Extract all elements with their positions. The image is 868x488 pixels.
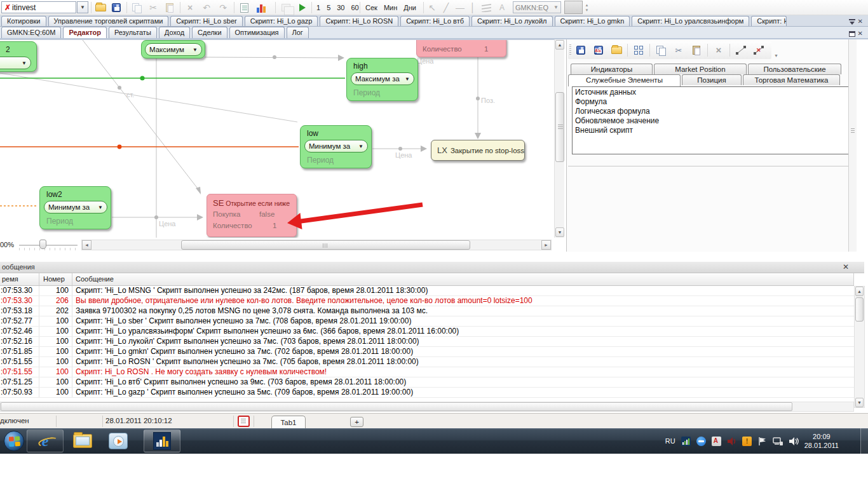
editor-horizontal-scrollbar[interactable]: ◄ ► bbox=[81, 240, 552, 250]
copy-button[interactable] bbox=[130, 1, 144, 14]
warning-icon[interactable] bbox=[742, 437, 752, 446]
palette-open-button[interactable] bbox=[609, 43, 624, 58]
network-icon[interactable] bbox=[773, 437, 783, 446]
run-button[interactable] bbox=[296, 1, 309, 14]
zoom-slider-thumb[interactable] bbox=[39, 240, 46, 249]
palette-tab[interactable]: Служебные Элементы bbox=[568, 74, 681, 86]
palette-tab[interactable]: Торговая Математика bbox=[743, 74, 840, 85]
notes-button[interactable] bbox=[237, 1, 251, 14]
block-dropdown[interactable]: Максимум ▼ bbox=[145, 43, 202, 56]
zoom-slider-track[interactable] bbox=[19, 245, 78, 246]
channel-tool-button[interactable] bbox=[479, 1, 493, 14]
taskbar-clock[interactable]: 20:09 28.01.2011 bbox=[804, 432, 839, 450]
palette-delete-button[interactable]: × bbox=[711, 43, 726, 58]
palette-tab[interactable]: Индикаторы bbox=[571, 64, 653, 74]
block-high[interactable]: high Максимум за ▼ Период bbox=[346, 58, 418, 101]
message-row[interactable]: :07:51.55100Скрипт: Hi_Lo ROSN . Не могу… bbox=[0, 367, 854, 377]
scroll-left-icon[interactable]: ◄ bbox=[82, 240, 92, 250]
message-row[interactable]: :07:52.77100Скрипт: 'Hi_Lo sber ' Скрипт… bbox=[0, 316, 854, 327]
close-tab-icon[interactable]: ✕ bbox=[858, 18, 863, 25]
blank-toolbar-button[interactable] bbox=[564, 1, 583, 14]
script-tab[interactable]: Управление торговлей скриптами bbox=[48, 16, 169, 26]
remote-access-icon[interactable] bbox=[696, 437, 706, 446]
workspace-tab[interactable]: Tab1 bbox=[271, 416, 306, 429]
disconnect-blocks-button[interactable]: ✕ bbox=[751, 43, 766, 58]
taskbar-trading-app-button[interactable] bbox=[144, 430, 180, 452]
timeframe-button[interactable]: 5 bbox=[323, 4, 334, 11]
cut-button[interactable]: ✂ bbox=[146, 1, 160, 14]
language-indicator[interactable]: RU bbox=[665, 437, 675, 445]
vline-tool-button[interactable]: │ bbox=[468, 1, 478, 14]
message-row[interactable]: :07:53.30206Вы ввели дробное, отрицатель… bbox=[0, 296, 854, 306]
block-low[interactable]: low Минимум за ▼ Период bbox=[300, 125, 372, 168]
palette-save-as-button[interactable]: AS bbox=[591, 43, 606, 58]
view-tab[interactable]: GMKN:EQ:60M bbox=[1, 27, 61, 38]
view-tab[interactable]: Редактор bbox=[63, 27, 106, 38]
script-tab[interactable]: Скрипт: Hi_Lo лукойл bbox=[471, 16, 552, 26]
paste-button[interactable] bbox=[163, 1, 177, 14]
scrollbar-thumb[interactable] bbox=[855, 297, 864, 322]
start-button[interactable] bbox=[4, 431, 24, 451]
tab-list-dropdown-icon[interactable] bbox=[849, 19, 855, 25]
save-button[interactable] bbox=[109, 1, 123, 14]
column-header-number[interactable]: Номер bbox=[39, 273, 72, 285]
add-workspace-tab-button[interactable]: + bbox=[350, 417, 363, 427]
palette-tab[interactable]: Пользовательские bbox=[748, 64, 841, 74]
column-header-time[interactable]: ремя bbox=[0, 273, 39, 285]
tile-view-icon[interactable] bbox=[849, 31, 855, 37]
block-maximum[interactable]: Максимум ▼ bbox=[141, 40, 205, 58]
scroll-down-icon[interactable]: ▼ bbox=[555, 227, 564, 237]
close-view-icon[interactable]: ✕ bbox=[858, 30, 863, 37]
block-low2[interactable]: low2 Минимум за ▼ Период bbox=[39, 186, 111, 229]
script-tab[interactable]: Скрипт: Hi_Lo втб bbox=[400, 16, 470, 26]
message-row[interactable]: :07:50.93100Скрипт: 'Hi_Lo gazp ' Скрипт… bbox=[0, 388, 854, 398]
brand-dropdown-button[interactable]: ▼ bbox=[77, 1, 88, 13]
palette-list-item[interactable]: Источник данных bbox=[573, 88, 853, 97]
message-row[interactable]: :07:53.30100Скрипт: 'Hi_Lo MSNG ' Скрипт… bbox=[0, 286, 854, 296]
brand-combobox[interactable]: ✗ itinvest bbox=[1, 1, 76, 13]
script-tab[interactable]: Скрипт: Hi_Lo gazp bbox=[245, 16, 318, 26]
scrollbar-thumb[interactable] bbox=[555, 92, 564, 162]
block-dropdown[interactable]: Максимум за ▼ bbox=[351, 72, 414, 85]
message-vertical-scrollbar[interactable]: ▲ ▼ bbox=[854, 286, 865, 408]
scrollbar-thumb[interactable] bbox=[1, 402, 792, 411]
palette-list-item[interactable]: Логическая формула bbox=[573, 107, 853, 116]
delete-button[interactable]: × bbox=[183, 1, 197, 14]
toolbar-overflow-spinner[interactable]: ▲▼ bbox=[584, 3, 590, 13]
panel-side-strip[interactable] bbox=[848, 39, 857, 252]
message-row[interactable]: :07:51.25100Скрипт: 'Hi_Lo втб' Скрипт в… bbox=[0, 377, 854, 388]
scroll-right-icon[interactable]: ► bbox=[541, 240, 551, 250]
audio-device-icon[interactable] bbox=[727, 437, 736, 446]
palette-tab[interactable]: Позиция bbox=[682, 74, 742, 85]
script-tab[interactable]: Скрипт: Hi_Lo уралсвязьинформ bbox=[632, 16, 749, 26]
scroll-up-icon[interactable]: ▲ bbox=[555, 40, 564, 50]
palette-tab[interactable]: Market Position bbox=[654, 64, 747, 74]
redo-button[interactable]: ↷ bbox=[216, 1, 230, 14]
editor-vertical-scrollbar[interactable]: ▲ ▼ bbox=[554, 39, 564, 238]
message-row[interactable]: :07:51.85100Скрипт: 'Hi_Lo gmkn' Скрипт … bbox=[0, 347, 854, 357]
block-se-entry[interactable]: SE Открытие если ниже Покупка false Коли… bbox=[207, 194, 297, 237]
message-row[interactable]: :07:52.16100Скрипт: 'Hi_Lo лукойл' Скрип… bbox=[0, 337, 854, 347]
script-tab[interactable]: Скрипт: Hi_Lo sber bbox=[170, 16, 242, 26]
period-button[interactable]: Дни bbox=[400, 4, 419, 11]
chart-button[interactable] bbox=[254, 1, 269, 14]
view-tab[interactable]: Лог bbox=[287, 27, 309, 38]
scroll-up-icon[interactable]: ▲ bbox=[855, 287, 864, 296]
palette-cut-button[interactable]: ✂ bbox=[671, 43, 686, 58]
script-tab[interactable]: Скрипт: Hi_Lo gmkn bbox=[555, 16, 630, 26]
palette-list-item[interactable]: Формула bbox=[573, 97, 853, 107]
palette-list-item[interactable]: Обновляемое значение bbox=[573, 116, 853, 126]
block-dropdown[interactable]: Минимум за ▼ bbox=[44, 201, 107, 214]
message-row[interactable]: :07:51.55100Скрипт: 'Hi_Lo ROSN ' Скрипт… bbox=[0, 357, 854, 367]
toolbar-overflow-icon[interactable]: ▼ bbox=[774, 53, 778, 58]
scrollbar-thumb[interactable] bbox=[181, 240, 470, 250]
palette-list-item[interactable]: Внешний скрипт bbox=[573, 126, 853, 135]
toolbar-grip[interactable] bbox=[569, 44, 571, 56]
taskbar-explorer-button[interactable] bbox=[66, 430, 99, 452]
view-tab[interactable]: Результаты bbox=[109, 27, 157, 38]
palette-save-button[interactable] bbox=[573, 43, 588, 58]
block-lx-stop-loss[interactable]: LX Закрытие по stop-loss bbox=[431, 140, 525, 161]
script-tab[interactable]: Скрипт: Hi_Lo ROSN bbox=[320, 16, 398, 26]
message-horizontal-scrollbar[interactable] bbox=[0, 402, 854, 412]
line-tool-button[interactable]: ╱ bbox=[440, 1, 452, 14]
